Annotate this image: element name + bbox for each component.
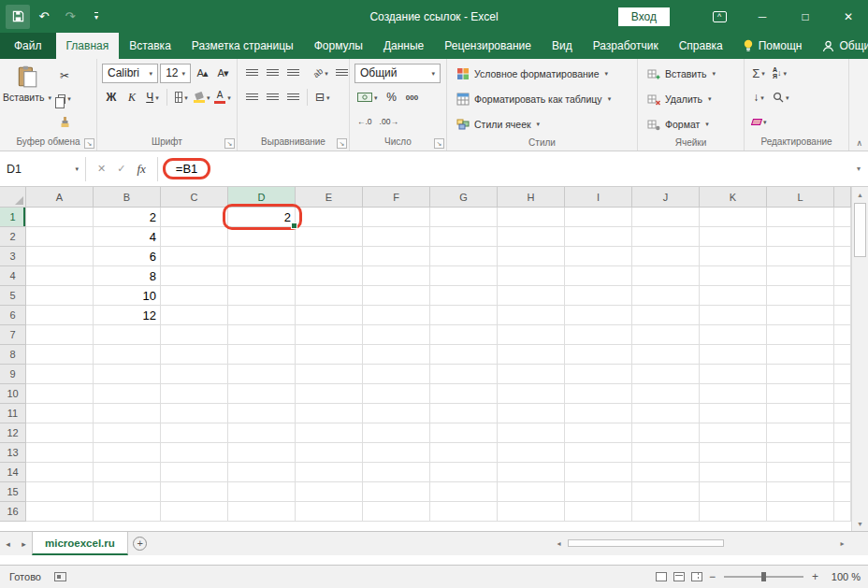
page-break-view-button[interactable] [691, 572, 702, 581]
cell-k10[interactable] [700, 384, 767, 404]
row-header-3[interactable]: 3 [0, 247, 26, 266]
cell-j4[interactable] [632, 266, 700, 286]
cell-f12[interactable] [363, 423, 430, 443]
cell-g3[interactable] [430, 247, 498, 266]
cell-a7[interactable] [26, 325, 94, 345]
tab-file[interactable]: Файл [0, 33, 56, 59]
cell-j13[interactable] [632, 443, 700, 463]
cell-e12[interactable] [296, 423, 363, 443]
cell-a16[interactable] [26, 502, 94, 522]
cell-e5[interactable] [296, 286, 363, 306]
cell-e11[interactable] [296, 404, 363, 423]
cell-h15[interactable] [498, 482, 565, 502]
cell-g14[interactable] [430, 463, 498, 482]
cell-a15[interactable] [26, 482, 94, 502]
cell-c11[interactable] [161, 404, 228, 423]
name-box[interactable]: D1▾ [0, 157, 86, 181]
cell-g9[interactable] [430, 365, 498, 384]
cell-h9[interactable] [498, 365, 565, 384]
insert-cells-button[interactable]: Вставить ▾ [641, 62, 741, 85]
sheet-nav-right-button[interactable]: ▸ [16, 532, 32, 555]
cell-e16[interactable] [296, 502, 363, 522]
format-as-table-button[interactable]: Форматировать как таблицу ▾ [450, 87, 634, 110]
cell-j5[interactable] [632, 286, 700, 306]
row-header-12[interactable]: 12 [0, 423, 26, 443]
column-header-a[interactable]: A [26, 187, 94, 208]
cell-g1[interactable] [430, 208, 498, 227]
cell-g10[interactable] [430, 384, 498, 404]
cell-b8[interactable] [94, 345, 161, 365]
cell-g7[interactable] [430, 325, 498, 345]
cell-a5[interactable] [26, 286, 94, 306]
cell-f14[interactable] [363, 463, 430, 482]
decrease-font-size-button[interactable]: A▾ [213, 64, 232, 83]
row-header-15[interactable]: 15 [0, 482, 26, 502]
tab-view[interactable]: Вид [542, 33, 583, 59]
cut-button[interactable]: ✂ [55, 65, 74, 85]
cell-h11[interactable] [498, 404, 565, 423]
cell-j11[interactable] [632, 404, 700, 423]
autosum-button[interactable]: Σ▾ [749, 64, 768, 83]
cell-e14[interactable] [296, 463, 363, 482]
cell-a4[interactable] [26, 266, 94, 286]
wrap-text-button[interactable] [332, 64, 351, 83]
italic-button[interactable]: К [123, 88, 141, 108]
minimize-button[interactable]: ─ [748, 3, 776, 31]
align-right-button[interactable] [283, 88, 302, 108]
cell-a9[interactable] [26, 365, 94, 384]
tab-help[interactable]: Справка [669, 33, 733, 59]
vertical-scroll-thumb[interactable] [854, 203, 866, 257]
cell-c3[interactable] [161, 247, 228, 266]
cell-c14[interactable] [161, 463, 228, 482]
cell-l2[interactable] [767, 227, 834, 247]
cell-i12[interactable] [565, 423, 632, 443]
cell-f3[interactable] [363, 247, 430, 266]
row-header-2[interactable]: 2 [0, 227, 26, 247]
sort-filter-button[interactable]: АЯ ↓ ▾ [770, 64, 789, 83]
row-header-1[interactable]: 1 [0, 208, 26, 227]
cell-h14[interactable] [498, 463, 565, 482]
dialog-launcher-icon[interactable]: ↘ [224, 138, 235, 149]
cell-g12[interactable] [430, 423, 498, 443]
align-top-button[interactable] [242, 64, 261, 83]
cell-e3[interactable] [296, 247, 363, 266]
cell-k11[interactable] [700, 404, 767, 423]
cell-a12[interactable] [26, 423, 94, 443]
cell-k12[interactable] [700, 423, 767, 443]
row-header-11[interactable]: 11 [0, 404, 26, 423]
cell-j6[interactable] [632, 306, 700, 325]
cell-l8[interactable] [767, 345, 834, 365]
cell-h6[interactable] [498, 306, 565, 325]
cell-b12[interactable] [94, 423, 161, 443]
cell-l7[interactable] [767, 325, 834, 345]
cell-j12[interactable] [632, 423, 700, 443]
cell-k4[interactable] [700, 266, 767, 286]
number-format-combobox[interactable]: Общий▾ [354, 64, 441, 83]
cell-j2[interactable] [632, 227, 700, 247]
column-header-e[interactable]: E [296, 187, 363, 208]
scroll-up-icon[interactable]: ▲ [852, 187, 868, 202]
cell-g15[interactable] [430, 482, 498, 502]
cell-c1[interactable] [161, 208, 228, 227]
cell-b14[interactable] [94, 463, 161, 482]
cell-h13[interactable] [498, 443, 565, 463]
cell-a2[interactable] [26, 227, 94, 247]
increase-font-size-button[interactable]: A▴ [193, 64, 211, 83]
cell-i3[interactable] [565, 247, 632, 266]
cell-i11[interactable] [565, 404, 632, 423]
row-header-7[interactable]: 7 [0, 325, 26, 345]
new-sheet-button[interactable]: + [128, 532, 152, 555]
sheet-nav-left-button[interactable]: ◂ [0, 532, 16, 555]
cell-b13[interactable] [94, 443, 161, 463]
cell-b9[interactable] [94, 365, 161, 384]
row-header-10[interactable]: 10 [0, 384, 26, 404]
fill-button[interactable]: ↓▾ [749, 88, 768, 108]
row-header-5[interactable]: 5 [0, 286, 26, 306]
merge-center-button[interactable]: ⊟▾ [312, 88, 333, 108]
font-color-button[interactable]: А▾ [213, 88, 232, 108]
cell-j14[interactable] [632, 463, 700, 482]
cell-d12[interactable] [228, 423, 296, 443]
cell-f2[interactable] [363, 227, 430, 247]
collapse-ribbon-button[interactable]: ∧ [856, 138, 862, 148]
ribbon-display-options-button[interactable]: ^ [705, 3, 733, 31]
